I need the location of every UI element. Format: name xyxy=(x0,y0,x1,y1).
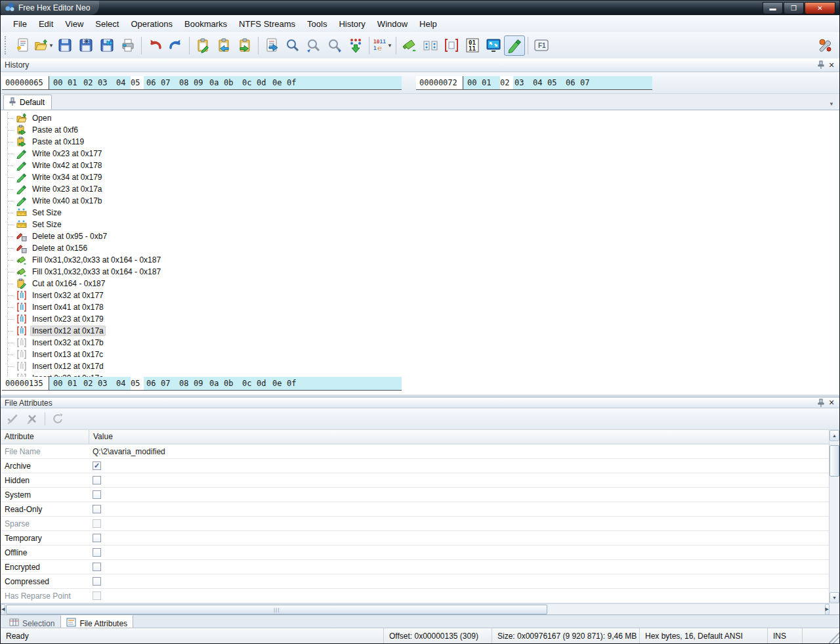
select-range-button[interactable] xyxy=(441,35,462,56)
new-file-button[interactable] xyxy=(12,35,33,56)
svg-text:✳: ✳ xyxy=(83,37,90,45)
history-item[interactable]: Fill 0x31,0x32,0x33 at 0x164 - 0x187 xyxy=(1,254,839,266)
archive-checkbox[interactable] xyxy=(93,462,101,470)
history-item-label: Insert 0x32 at 0x177 xyxy=(30,291,106,300)
column-header: 04 xyxy=(533,76,546,89)
write-operation-icon xyxy=(16,184,28,194)
find-previous-button[interactable] xyxy=(324,35,345,56)
history-tab-default[interactable]: Default xyxy=(3,95,52,110)
find-all-button[interactable] xyxy=(345,35,366,56)
svg-text:F1: F1 xyxy=(538,42,546,49)
resize-grip[interactable] xyxy=(829,628,839,643)
history-item[interactable]: Fill 0x31,0x32,0x33 at 0x164 - 0x187 xyxy=(1,266,839,278)
history-item-label: Write 0x42 at 0x178 xyxy=(30,161,104,170)
history-item[interactable]: Delete at 0x95 - 0xb7 xyxy=(1,230,839,242)
dropdown-arrow-icon[interactable]: ▼ xyxy=(49,43,54,49)
history-item[interactable]: Insert 0x12 at 0x17a xyxy=(1,325,839,337)
offline-checkbox[interactable] xyxy=(93,548,101,557)
customize-button[interactable] xyxy=(814,35,835,56)
minimize-button[interactable]: ▬ xyxy=(763,2,783,14)
history-item[interactable]: Delete at 0x156 xyxy=(1,242,839,254)
binary-view-button[interactable]: 0111 xyxy=(462,35,483,56)
apply-attributes-button[interactable] xyxy=(3,410,22,427)
menu-help[interactable]: Help xyxy=(413,17,443,31)
read-only-checkbox[interactable] xyxy=(93,505,101,513)
history-item[interactable]: Insert 0x13 at 0x17c xyxy=(1,349,839,360)
menu-tools[interactable]: Tools xyxy=(301,17,333,31)
history-item[interactable]: Write 0x42 at 0x178 xyxy=(1,160,839,171)
scroll-right-button[interactable]: ▶ xyxy=(825,604,830,615)
menu-file[interactable]: File xyxy=(7,17,33,31)
history-item[interactable]: Insert 0x23 at 0x179 xyxy=(1,313,839,325)
history-item[interactable]: Open xyxy=(1,112,839,124)
ins-operation-icon xyxy=(16,326,28,336)
dropdown-arrow-icon[interactable]: ▼ xyxy=(387,43,392,49)
fill-selection-button[interactable] xyxy=(399,35,420,56)
history-item[interactable]: Insert 0x41 at 0x178 xyxy=(1,301,839,313)
maximize-button[interactable]: ❐ xyxy=(784,2,804,14)
save-as-button[interactable]: ✳ xyxy=(75,35,96,56)
history-item[interactable]: Paste at 0xf6 xyxy=(1,124,839,136)
menu-edit[interactable]: Edit xyxy=(33,17,59,31)
find-next-button[interactable] xyxy=(303,35,324,56)
menu-bookmarks[interactable]: Bookmarks xyxy=(178,17,233,31)
horizontal-scrollbar[interactable]: ◀ ||| ▶ xyxy=(1,603,830,614)
goto-offset-button[interactable] xyxy=(261,35,282,56)
save-all-button[interactable] xyxy=(96,35,117,56)
compressed-checkbox[interactable] xyxy=(93,577,101,586)
menu-select[interactable]: Select xyxy=(89,17,125,31)
scrollbar-thumb[interactable] xyxy=(830,445,839,477)
history-item[interactable]: Insert 0x32 at 0x177 xyxy=(1,290,839,301)
history-item[interactable]: Write 0x23 at 0x17a xyxy=(1,183,839,195)
scrollbar-thumb[interactable]: ||| xyxy=(6,605,547,614)
vertical-scrollbar[interactable]: ▲ ▼ xyxy=(829,430,839,603)
menu-operations[interactable]: Operations xyxy=(125,17,178,31)
copy-button[interactable] xyxy=(213,35,234,56)
scroll-left-button[interactable]: ◀ xyxy=(1,604,5,615)
open-file-button[interactable]: ▼ xyxy=(33,35,54,56)
history-item[interactable]: Paste at 0x119 xyxy=(1,136,839,148)
history-item[interactable]: Set Size xyxy=(1,219,839,230)
history-item-label: Insert 0x23 at 0x179 xyxy=(30,314,106,324)
pin-icon[interactable] xyxy=(816,398,826,408)
history-item[interactable]: Write 0x34 at 0x179 xyxy=(1,171,839,183)
scroll-up-button[interactable]: ▲ xyxy=(830,430,839,441)
encrypted-checkbox[interactable] xyxy=(93,563,101,571)
close-icon[interactable]: ✕ xyxy=(826,60,837,70)
chevron-down-icon[interactable]: ▼ xyxy=(829,101,837,110)
find-button[interactable] xyxy=(282,35,303,56)
history-item[interactable]: Set Size xyxy=(1,207,839,219)
history-item[interactable]: Cut at 0x164 - 0x187 xyxy=(1,278,839,290)
print-button[interactable] xyxy=(117,35,138,56)
close-icon[interactable]: ✕ xyxy=(826,398,837,408)
insert-pattern-button[interactable] xyxy=(420,35,441,56)
scroll-down-button[interactable]: ▼ xyxy=(830,592,839,603)
toolbar-grip[interactable] xyxy=(5,36,9,54)
full-screen-button[interactable] xyxy=(483,35,504,56)
history-item[interactable]: Write 0x40 at 0x17b xyxy=(1,195,839,207)
temporary-checkbox[interactable] xyxy=(93,534,101,542)
menu-history[interactable]: History xyxy=(333,17,371,31)
attributes-grid-header: Attribute Value xyxy=(1,430,830,444)
cut-button[interactable] xyxy=(192,35,213,56)
discard-attributes-button[interactable] xyxy=(23,410,41,427)
display-radix-button[interactable]: 10111℮▼ xyxy=(372,35,393,56)
history-item[interactable]: Insert 0x32 at 0x17b xyxy=(1,337,839,349)
menu-window[interactable]: Window xyxy=(371,17,413,31)
close-button[interactable]: ✕ xyxy=(805,2,835,14)
system-checkbox[interactable] xyxy=(93,490,101,499)
help-button[interactable]: F1 xyxy=(531,35,552,56)
column-header: 03 xyxy=(98,377,111,390)
pin-icon[interactable] xyxy=(816,60,826,70)
undo-button[interactable] xyxy=(144,35,165,56)
menu-ntfs-streams[interactable]: NTFS Streams xyxy=(233,17,301,31)
hidden-checkbox[interactable] xyxy=(93,476,101,484)
history-item[interactable]: Insert 0x12 at 0x17d xyxy=(1,360,839,372)
history-item[interactable]: Write 0x23 at 0x177 xyxy=(1,148,839,160)
highlight-changes-button[interactable] xyxy=(504,35,525,56)
paste-button[interactable] xyxy=(234,35,255,56)
save-button[interactable] xyxy=(54,35,75,56)
redo-button[interactable] xyxy=(165,35,186,56)
refresh-attributes-button[interactable] xyxy=(49,410,67,427)
menu-view[interactable]: View xyxy=(59,17,89,31)
